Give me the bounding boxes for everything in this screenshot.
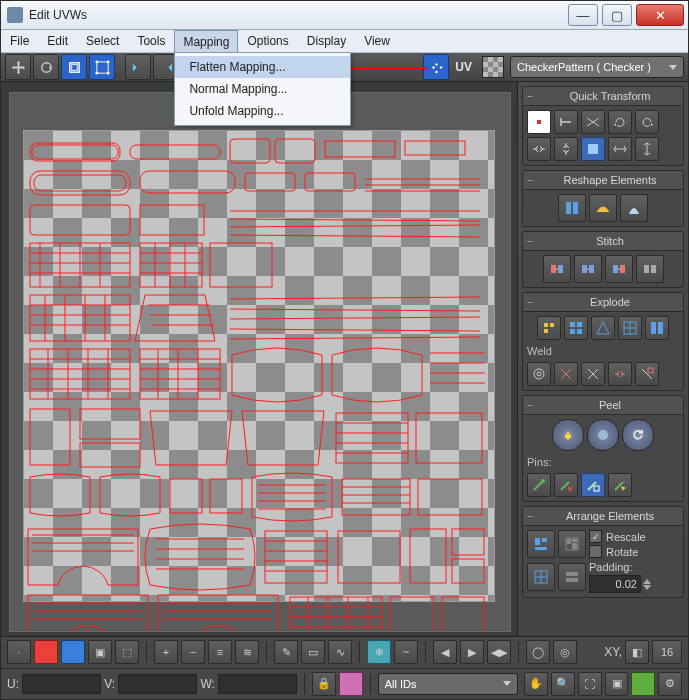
relax-shape-icon[interactable] — [620, 194, 648, 222]
loop-uv-icon[interactable]: ◯ — [526, 640, 550, 664]
align-left-icon[interactable] — [554, 110, 578, 134]
explode-faces-icon[interactable] — [537, 316, 561, 340]
freeform-tool-icon[interactable] — [89, 54, 115, 80]
mirror-left-icon[interactable]: ◀ — [433, 640, 457, 664]
spread-v-icon[interactable] — [635, 137, 659, 161]
stitch-average-icon[interactable] — [574, 255, 602, 283]
ring-uv-icon[interactable]: ◎ — [553, 640, 577, 664]
stitch-source-icon[interactable] — [543, 255, 571, 283]
mirror-both-icon[interactable]: ◀▶ — [487, 640, 511, 664]
select-by-elem-icon[interactable]: ⬚ — [115, 640, 139, 664]
zoom-region-icon[interactable]: ▣ — [605, 672, 629, 696]
checker-swatch[interactable] — [482, 56, 504, 78]
align-x-icon[interactable] — [581, 110, 605, 134]
padding-spinner[interactable]: 0.02 — [589, 575, 641, 593]
explode-mat-icon[interactable] — [645, 316, 669, 340]
material-id-dropdown[interactable]: All IDs — [378, 673, 519, 695]
ring-sel-icon[interactable]: ≡ — [208, 640, 232, 664]
menu-select[interactable]: Select — [77, 30, 128, 52]
straighten-icon[interactable] — [558, 194, 586, 222]
fit-box-icon[interactable] — [581, 137, 605, 161]
paint-marquee-icon[interactable]: ▭ — [301, 640, 325, 664]
loop-sel-icon[interactable]: ≋ — [235, 640, 259, 664]
pin-add-icon[interactable] — [527, 473, 551, 497]
pan-icon[interactable]: ✋ — [524, 672, 548, 696]
detach-icon[interactable] — [635, 362, 659, 386]
texture-dropdown[interactable]: CheckerPattern ( Checker ) — [510, 56, 684, 78]
quick-peel-icon[interactable] — [552, 419, 584, 451]
explode-angle-icon[interactable] — [591, 316, 615, 340]
spread-h-icon[interactable] — [608, 137, 632, 161]
spinner-up-icon[interactable] — [643, 579, 651, 584]
align-origin-icon[interactable] — [527, 110, 551, 134]
rotate-ccw-icon[interactable] — [608, 110, 632, 134]
pin-remove-icon[interactable] — [554, 473, 578, 497]
peel-mode-icon[interactable] — [587, 419, 619, 451]
snap-icon[interactable] — [631, 672, 655, 696]
maximize-button[interactable]: ▢ — [602, 4, 632, 26]
flow-v-icon[interactable] — [554, 137, 578, 161]
explode-poly-icon[interactable] — [564, 316, 588, 340]
pin-auto-icon[interactable] — [581, 473, 605, 497]
rotate-checkbox[interactable] — [589, 545, 602, 558]
tweak-icon[interactable]: ❄ — [367, 640, 391, 664]
rotate-tool-icon[interactable] — [33, 54, 59, 80]
weld-sel-icon[interactable] — [554, 362, 578, 386]
dropdown-flatten-mapping[interactable]: Flatten Mapping... — [175, 56, 350, 78]
lock-uv-icon[interactable]: 🔒 — [312, 672, 336, 696]
u-input[interactable] — [22, 674, 101, 694]
pack-recurse-icon[interactable] — [527, 563, 555, 591]
zoom-extents-icon[interactable]: ⛶ — [578, 672, 602, 696]
axis-mode-icon[interactable]: ◧ — [625, 640, 649, 664]
pack-linear-icon[interactable] — [558, 563, 586, 591]
zoom-icon[interactable]: 🔍 — [551, 672, 575, 696]
weld-all-icon[interactable] — [581, 362, 605, 386]
spinner-down-icon[interactable] — [643, 585, 651, 590]
w-input[interactable] — [218, 674, 297, 694]
mirror-right-icon[interactable]: ▶ — [460, 640, 484, 664]
scale-tool-icon[interactable] — [61, 54, 87, 80]
show-map-icon[interactable] — [423, 54, 449, 80]
pack-tight-icon[interactable] — [558, 530, 586, 558]
minimize-button[interactable]: — — [568, 4, 598, 26]
options-icon[interactable]: ⚙ — [658, 672, 682, 696]
edge-mode-icon[interactable] — [34, 640, 58, 664]
close-button[interactable]: ✕ — [636, 4, 684, 26]
shrink-sel-icon[interactable]: − — [181, 640, 205, 664]
abs-mode-icon[interactable] — [339, 672, 363, 696]
face-mode-icon[interactable] — [61, 640, 85, 664]
svg-rect-44 — [30, 409, 70, 465]
dropdown-unfold-mapping[interactable]: Unfold Mapping... — [175, 100, 350, 122]
pin-select-icon[interactable] — [608, 473, 632, 497]
soft-sel-icon[interactable]: ∿ — [328, 640, 352, 664]
v-input[interactable] — [118, 674, 197, 694]
mirror-h-icon[interactable] — [125, 54, 151, 80]
menu-view[interactable]: View — [355, 30, 399, 52]
break-icon[interactable] — [608, 362, 632, 386]
flow-h-icon[interactable] — [527, 137, 551, 161]
stitch-custom-icon[interactable] — [636, 255, 664, 283]
menu-file[interactable]: File — [1, 30, 38, 52]
menu-options[interactable]: Options — [238, 30, 297, 52]
vertex-mode-icon[interactable]: · — [7, 640, 31, 664]
menu-edit[interactable]: Edit — [38, 30, 77, 52]
menu-mapping[interactable]: Mapping Flatten Mapping... Normal Mappin… — [174, 30, 238, 52]
explode-smooth-icon[interactable] — [618, 316, 642, 340]
paint-sel-icon[interactable]: ✎ — [274, 640, 298, 664]
pack-custom-icon[interactable] — [527, 530, 555, 558]
rescale-checkbox[interactable]: ✓ — [589, 530, 602, 543]
menu-tools[interactable]: Tools — [128, 30, 174, 52]
weld-target-icon[interactable] — [527, 362, 551, 386]
relax-tool-icon[interactable] — [589, 194, 617, 222]
grow-sel-icon[interactable]: + — [154, 640, 178, 664]
menu-display[interactable]: Display — [298, 30, 355, 52]
rotate-cw-icon[interactable] — [635, 110, 659, 134]
svg-line-31 — [230, 235, 480, 237]
uv-viewport[interactable] — [9, 92, 511, 632]
move-tool-icon[interactable] — [5, 54, 31, 80]
stitch-target-icon[interactable] — [605, 255, 633, 283]
relax-icon[interactable]: ~ — [394, 640, 418, 664]
element-mode-icon[interactable]: ▣ — [88, 640, 112, 664]
reset-peel-icon[interactable] — [622, 419, 654, 451]
dropdown-normal-mapping[interactable]: Normal Mapping... — [175, 78, 350, 100]
